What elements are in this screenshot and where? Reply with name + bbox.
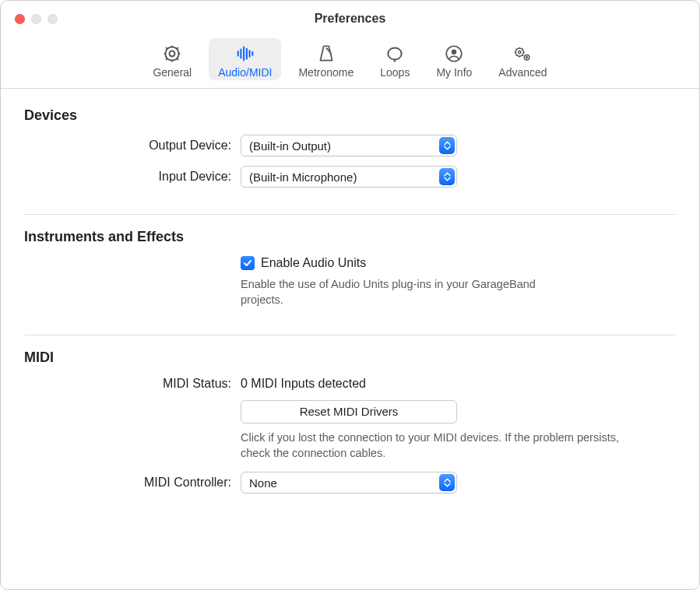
midi-status-row: MIDI Status: 0 MIDI Inputs detected	[24, 377, 676, 391]
tab-audio-midi[interactable]: Audio/MIDI	[209, 38, 281, 80]
midi-controller-label: MIDI Controller:	[24, 476, 241, 490]
chevron-updown-icon	[439, 474, 455, 491]
output-device-row: Output Device: (Built-in Output)	[24, 135, 676, 156]
tab-my-info[interactable]: My Info	[427, 38, 481, 80]
preferences-content: Devices Output Device: (Built-in Output)…	[1, 89, 699, 534]
tab-label: Audio/MIDI	[218, 66, 272, 79]
reset-midi-button-label: Reset MIDI Drivers	[300, 405, 399, 418]
input-device-label: Input Device:	[24, 170, 241, 184]
tab-label: Loops	[380, 66, 410, 79]
output-device-select[interactable]: (Built-in Output)	[241, 135, 457, 156]
svg-point-11	[452, 50, 457, 55]
window-title: Preferences	[1, 12, 699, 26]
output-device-label: Output Device:	[24, 139, 241, 153]
enable-audio-units-label: Enable Audio Units	[261, 256, 366, 270]
tab-label: Advanced	[498, 66, 547, 79]
section-devices: Devices Output Device: (Built-in Output)…	[24, 107, 676, 209]
svg-point-9	[389, 47, 402, 59]
preferences-toolbar: General Audio/MIDI Metronome	[1, 37, 699, 89]
checkbox-checked-icon	[241, 256, 255, 270]
divider	[24, 335, 676, 335]
midi-controller-select[interactable]: None	[241, 472, 457, 493]
tab-loops[interactable]: Loops	[371, 38, 419, 80]
svg-point-15	[526, 57, 528, 58]
svg-point-13	[519, 51, 521, 53]
enable-audio-units-row: Enable Audio Units Enable the use of Aud…	[24, 256, 676, 308]
section-instruments: Instruments and Effects Enable Audio Uni…	[24, 229, 676, 330]
divider	[24, 214, 676, 215]
loop-icon	[384, 43, 406, 65]
svg-point-0	[170, 51, 175, 57]
tab-label: Metronome	[298, 66, 354, 79]
titlebar: Preferences	[1, 1, 699, 37]
tab-label: General	[153, 66, 192, 79]
chevron-updown-icon	[439, 137, 455, 154]
input-device-value: (Built-in Microphone)	[249, 170, 357, 184]
tab-metronome[interactable]: Metronome	[289, 38, 363, 80]
section-midi: MIDI MIDI Status: 0 MIDI Inputs detected…	[24, 349, 676, 516]
midi-status-value: 0 MIDI Inputs detected	[241, 377, 366, 390]
input-device-row: Input Device: (Built-in Microphone)	[24, 166, 676, 188]
user-circle-icon	[443, 43, 465, 65]
section-instruments-title: Instruments and Effects	[24, 229, 676, 245]
reset-midi-drivers-button[interactable]: Reset MIDI Drivers	[241, 400, 457, 423]
svg-point-1	[166, 47, 179, 60]
metronome-icon	[315, 43, 337, 65]
input-device-select[interactable]: (Built-in Microphone)	[241, 166, 457, 188]
svg-point-14	[525, 54, 530, 59]
tab-advanced[interactable]: Advanced	[489, 38, 556, 80]
chevron-updown-icon	[439, 168, 455, 185]
reset-midi-description: Click if you lost the connection to your…	[241, 423, 645, 462]
output-device-value: (Built-in Output)	[249, 139, 331, 153]
section-midi-title: MIDI	[24, 349, 676, 366]
midi-controller-value: None	[249, 476, 277, 490]
gear-icon	[161, 43, 183, 65]
audio-waveform-icon	[234, 43, 256, 65]
midi-controller-row: MIDI Controller: None	[24, 472, 676, 493]
tab-general[interactable]: General	[143, 38, 201, 80]
tab-label: My Info	[436, 66, 472, 79]
midi-status-label: MIDI Status:	[24, 377, 241, 391]
enable-audio-units-description: Enable the use of Audio Units plug-ins i…	[241, 270, 568, 308]
section-devices-title: Devices	[24, 107, 676, 124]
gears-icon	[512, 43, 533, 65]
enable-audio-units-checkbox-row[interactable]: Enable Audio Units	[241, 256, 568, 270]
reset-midi-row: Reset MIDI Drivers Click if you lost the…	[24, 400, 676, 462]
